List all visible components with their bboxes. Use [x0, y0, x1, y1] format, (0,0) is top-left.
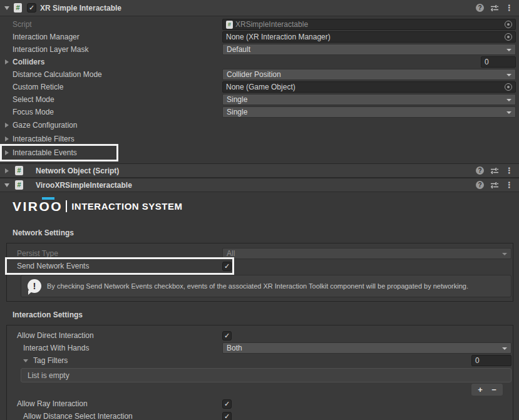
object-field-value: None (Game Object) — [226, 83, 295, 91]
property-row-interaction-layer-mask: Interaction Layer Mask Default — [0, 43, 519, 56]
property-row-distance-calculation-mode: Distance Calculation Mode Collider Posit… — [0, 68, 519, 81]
foldout-label: Gaze Configuration — [13, 121, 77, 130]
object-picker-icon[interactable] — [505, 83, 512, 91]
property-row-allow-ray-interaction: Allow Ray Interaction ✓ — [7, 397, 513, 410]
remove-item-button[interactable]: − — [487, 384, 501, 396]
persist-type-dropdown: All — [222, 248, 511, 259]
property-label: Allow Direct Interaction — [17, 331, 222, 340]
property-label: Allow Ray Interaction — [17, 399, 222, 408]
foldout-closed-icon[interactable] — [5, 136, 9, 141]
kebab-menu-icon[interactable]: ⋮ — [505, 181, 513, 189]
component-header-xr-simple-interactable[interactable]: # ✓ XR Simple Interactable ? ⋮ — [0, 0, 519, 16]
foldout-closed-icon[interactable] — [5, 59, 9, 64]
custom-reticle-object-field[interactable]: None (Game Object) — [222, 81, 516, 93]
property-label: Persist Type — [17, 249, 222, 258]
network-events-help-box: ! By checking Send Network Events checkb… — [21, 275, 511, 297]
csharp-script-icon: # — [14, 3, 22, 13]
foldout-open-icon[interactable] — [4, 183, 9, 187]
component-title: XR Simple Interactable — [40, 4, 121, 13]
property-row-send-network-events: Send Network Events ✓ — [7, 260, 513, 272]
foldout-gaze-configuration[interactable]: Gaze Configuration — [0, 118, 519, 132]
foldout-interactable-events[interactable]: Interactable Events — [0, 146, 519, 160]
send-network-events-checkbox[interactable]: ✓ — [222, 262, 232, 271]
help-box-text: By checking Send Network Events checkbox… — [47, 282, 468, 290]
chevron-down-icon — [502, 347, 507, 350]
property-row-colliders[interactable]: Colliders 0 — [0, 56, 519, 68]
help-icon[interactable]: ? — [476, 166, 484, 175]
network-settings-group: Persist Type All Send Network Events ✓ !… — [6, 243, 513, 302]
object-picker-icon[interactable] — [505, 33, 512, 41]
object-picker-icon[interactable] — [505, 21, 512, 28]
exclamation-icon: ! — [28, 279, 41, 293]
property-row-interaction-manager: Interaction Manager None (XR Interaction… — [0, 31, 519, 43]
property-label: Focus Mode — [13, 108, 222, 116]
component-enabled-checkbox[interactable]: ✓ — [27, 3, 36, 13]
chevron-down-icon — [506, 99, 511, 101]
viroo-logo: VIROO INTERACTION SYSTEM — [13, 198, 519, 215]
foldout-closed-icon[interactable] — [5, 168, 9, 173]
script-object-field[interactable]: # XRSimpleInteractable — [222, 19, 516, 30]
foldout-label: Interactable Filters — [13, 135, 75, 143]
presets-icon[interactable] — [490, 167, 499, 175]
component-header-network-object[interactable]: # Network Object (Script) ? ⋮ — [0, 163, 519, 178]
interact-with-hands-dropdown[interactable]: Both — [222, 342, 511, 354]
network-settings-heading: Network Settings — [13, 228, 519, 237]
property-row-interact-with-hands: Interact With Hands Both — [7, 342, 513, 354]
property-label: Allow Distance Select Interaction — [23, 412, 222, 420]
list-button-panel: + − — [471, 384, 503, 396]
dropdown-value: Single — [227, 108, 247, 116]
colliders-size-field[interactable]: 0 — [481, 56, 516, 68]
object-field-value: None (XR Interaction Manager) — [226, 33, 331, 41]
property-row-allow-direct-interaction: Allow Direct Interaction ✓ — [7, 329, 513, 342]
csharp-script-icon: # — [15, 180, 23, 190]
object-field-value: XRSimpleInteractable — [235, 20, 308, 29]
component-title: Network Object (Script) — [36, 166, 119, 175]
component-header-viroo-xr-simple-interactable[interactable]: # VirooXRSimpleInteractable ? ⋮ — [0, 178, 519, 192]
property-label: Select Mode — [13, 95, 222, 104]
dropdown-value: Default — [227, 45, 250, 54]
focus-mode-dropdown[interactable]: Single — [222, 106, 516, 118]
presets-icon[interactable] — [490, 4, 499, 12]
interaction-settings-group: Allow Direct Interaction ✓ Interact With… — [6, 325, 513, 420]
add-item-button[interactable]: + — [473, 384, 487, 396]
foldout-label: Tag Filters — [33, 356, 227, 365]
property-label: Custom Reticle — [13, 83, 222, 91]
list-buttons-row: + − — [7, 382, 513, 397]
foldout-closed-icon[interactable] — [5, 150, 9, 155]
property-label: Distance Calculation Mode — [13, 70, 222, 79]
kebab-menu-icon[interactable]: ⋮ — [505, 166, 513, 175]
logo-suffix-text: INTERACTION SYSTEM — [71, 201, 182, 212]
property-label: Script — [13, 20, 222, 29]
allow-ray-interaction-checkbox[interactable]: ✓ — [222, 399, 232, 409]
chevron-down-icon — [506, 111, 511, 114]
foldout-tag-filters[interactable]: Tag Filters 0 — [7, 354, 513, 367]
property-label: Interact With Hands — [23, 344, 222, 352]
allow-direct-interaction-checkbox[interactable]: ✓ — [222, 331, 232, 341]
foldout-open-icon[interactable] — [23, 359, 28, 362]
distance-calculation-mode-dropdown[interactable]: Collider Position — [222, 69, 516, 80]
property-row-allow-distance-select-interaction: Allow Distance Select Interaction ✓ — [7, 410, 513, 420]
foldout-interactable-filters[interactable]: Interactable Filters — [0, 132, 519, 146]
help-icon[interactable]: ? — [476, 181, 484, 189]
tag-filters-size-field[interactable]: 0 — [471, 355, 511, 366]
chevron-down-icon — [506, 49, 511, 51]
property-label: Interaction Layer Mask — [13, 45, 222, 54]
interaction-manager-object-field[interactable]: None (XR Interaction Manager) — [222, 31, 516, 43]
csharp-script-icon: # — [15, 166, 23, 175]
viroo-cyan-bar — [42, 197, 54, 200]
allow-distance-select-interaction-checkbox[interactable]: ✓ — [222, 412, 232, 420]
select-mode-dropdown[interactable]: Single — [222, 94, 516, 105]
dropdown-value: Both — [227, 344, 242, 352]
logo-divider — [66, 200, 67, 212]
help-icon[interactable]: ? — [476, 4, 484, 12]
property-row-custom-reticle: Custom Reticle None (Game Object) — [0, 81, 519, 93]
foldout-open-icon[interactable] — [4, 6, 9, 10]
presets-icon[interactable] — [490, 182, 499, 189]
property-label: Interaction Manager — [13, 33, 222, 41]
property-row-focus-mode: Focus Mode Single — [0, 106, 519, 118]
kebab-menu-icon[interactable]: ⋮ — [505, 4, 513, 12]
dropdown-value: Single — [227, 95, 247, 104]
foldout-closed-icon[interactable] — [5, 123, 9, 128]
interaction-layer-mask-dropdown[interactable]: Default — [222, 44, 516, 55]
number-field-value: 0 — [485, 58, 489, 66]
